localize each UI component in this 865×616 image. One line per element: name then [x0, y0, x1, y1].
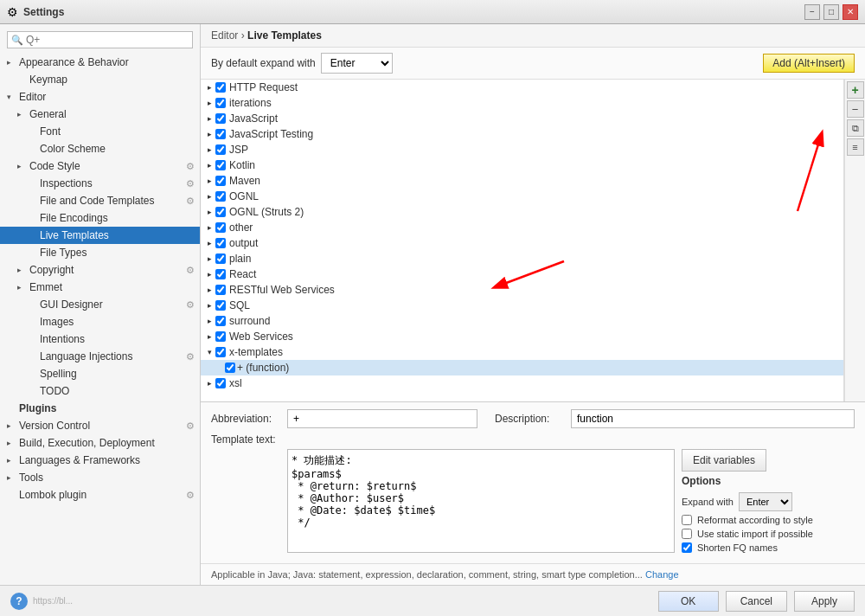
apply-button[interactable]: Apply — [794, 591, 855, 612]
sidebar-item-copyright[interactable]: ▸ Copyright ⚙ — [0, 261, 200, 279]
gear-icon: ⚙ — [186, 299, 195, 311]
sidebar-item-fileencodings[interactable]: File Encodings — [0, 209, 200, 227]
group-webservices[interactable]: ▸ Web Services — [201, 329, 843, 344]
sidebar-item-spelling[interactable]: Spelling — [0, 365, 200, 382]
group-ognlstruts-checkbox[interactable] — [215, 207, 226, 217]
sidebar-item-inspections[interactable]: Inspections ⚙ — [0, 175, 200, 192]
sidebar-item-versioncontrol[interactable]: ▸ Version Control ⚙ — [0, 417, 200, 434]
sidebar-item-appearance[interactable]: ▸ Appearance & Behavior — [0, 54, 200, 71]
sidebar-item-images[interactable]: Images — [0, 313, 200, 330]
group-iterations-checkbox[interactable] — [215, 98, 226, 108]
group-plain-checkbox[interactable] — [215, 253, 226, 264]
reformat-row: Reformat according to style — [682, 515, 855, 525]
group-javascript[interactable]: ▸ JavaScript — [201, 111, 843, 126]
template-textarea[interactable]: * 功能描述: $params$ * @return: $return$ * @… — [287, 449, 675, 553]
search-input[interactable] — [26, 34, 189, 46]
staticimport-checkbox[interactable] — [682, 529, 692, 539]
sidebar-item-guidesigner[interactable]: GUI Designer ⚙ — [0, 296, 200, 313]
abbreviation-input[interactable] — [287, 409, 477, 428]
sidebar-item-editor[interactable]: ▾ Editor — [0, 88, 200, 106]
template-item-function[interactable]: + (function) — [201, 360, 843, 375]
sidebar-search-box[interactable]: 🔍 — [7, 31, 193, 48]
cancel-button[interactable]: Cancel — [726, 591, 787, 612]
group-ognl[interactable]: ▸ OGNL — [201, 189, 843, 204]
group-label: OGNL — [229, 190, 259, 202]
group-output-checkbox[interactable] — [215, 238, 226, 248]
group-label: Web Services — [229, 330, 293, 343]
minimize-button[interactable]: − — [804, 4, 820, 20]
change-link[interactable]: Change — [645, 569, 679, 580]
group-maven[interactable]: ▸ Maven — [201, 173, 843, 189]
options-panel: Options Expand with Enter Tab Space — [682, 475, 855, 556]
group-xtemplates-checkbox[interactable] — [215, 347, 226, 357]
group-jsp-checkbox[interactable] — [215, 144, 226, 155]
group-jstesting[interactable]: ▸ JavaScript Testing — [201, 126, 843, 142]
group-maven-checkbox[interactable] — [215, 176, 226, 186]
help-button[interactable]: ? — [10, 593, 28, 610]
sidebar-item-lombok[interactable]: Lombok plugin ⚙ — [0, 486, 200, 504]
add-button[interactable]: Add (Alt+Insert) — [763, 54, 855, 73]
group-surround[interactable]: ▸ surround — [201, 313, 843, 329]
sidebar-item-filetypes[interactable]: File Types — [0, 244, 200, 261]
sidebar-item-label: Color Scheme — [40, 143, 106, 155]
group-xtemplates[interactable]: ▾ x-templates — [201, 344, 843, 360]
arrow-icon — [7, 404, 17, 413]
description-input[interactable] — [571, 409, 855, 428]
group-javascript-checkbox[interactable] — [215, 113, 226, 124]
reformat-checkbox[interactable] — [682, 515, 692, 525]
shortenfq-checkbox[interactable] — [682, 542, 692, 553]
ok-button[interactable]: OK — [658, 591, 719, 612]
group-surround-checkbox[interactable] — [215, 316, 226, 326]
sidebar-item-font[interactable]: Font — [0, 123, 200, 140]
template-function-checkbox[interactable] — [225, 363, 235, 373]
expand-select[interactable]: Enter Tab Space — [321, 53, 393, 74]
sidebar-item-languageinjections[interactable]: Language Injections ⚙ — [0, 348, 200, 365]
sidebar-item-languages[interactable]: ▸ Languages & Frameworks — [0, 452, 200, 469]
sidebar-item-todo[interactable]: TODO — [0, 382, 200, 400]
group-sql[interactable]: ▸ SQL — [201, 298, 843, 313]
group-sql-checkbox[interactable] — [215, 300, 226, 311]
sidebar-item-fileandcode[interactable]: File and Code Templates ⚙ — [0, 192, 200, 209]
sidebar-item-keymap[interactable]: Keymap — [0, 71, 200, 88]
sidebar-item-codestyle[interactable]: ▸ Code Style ⚙ — [0, 157, 200, 175]
sidebar-item-intentions[interactable]: Intentions — [0, 330, 200, 348]
edit-variables-button[interactable]: Edit variables — [682, 449, 766, 472]
sidebar-item-tools[interactable]: ▸ Tools — [0, 469, 200, 486]
group-label: Maven — [229, 175, 260, 187]
maximize-button[interactable]: □ — [823, 4, 839, 20]
group-jsp[interactable]: ▸ JSP — [201, 142, 843, 157]
sidebar-item-general[interactable]: ▸ General — [0, 106, 200, 123]
group-other[interactable]: ▸ other — [201, 220, 843, 235]
remove-item-button[interactable]: − — [847, 100, 864, 118]
group-ognl-checkbox[interactable] — [215, 191, 226, 202]
group-http[interactable]: ▸ HTTP Request — [201, 80, 843, 95]
group-http-checkbox[interactable] — [215, 82, 226, 93]
copy-item-button[interactable]: ⧉ — [847, 119, 864, 137]
close-button[interactable]: ✕ — [843, 4, 858, 20]
group-restful-checkbox[interactable] — [215, 285, 226, 295]
sidebar-item-livetemplates[interactable]: Live Templates — [0, 227, 200, 244]
group-kotlin[interactable]: ▸ Kotlin — [201, 157, 843, 173]
group-iterations[interactable]: ▸ iterations — [201, 95, 843, 111]
arrow-icon — [28, 248, 38, 257]
group-kotlin-checkbox[interactable] — [215, 160, 226, 170]
group-ognlstruts[interactable]: ▸ OGNL (Struts 2) — [201, 204, 843, 220]
move-item-button[interactable]: ≡ — [847, 138, 864, 156]
group-plain[interactable]: ▸ plain — [201, 251, 843, 266]
group-react[interactable]: ▸ React — [201, 266, 843, 282]
arrow-icon: ▾ — [7, 93, 17, 101]
sidebar-item-plugins[interactable]: Plugins — [0, 400, 200, 417]
sidebar-item-emmet[interactable]: ▸ Emmet — [0, 279, 200, 296]
group-xsl-checkbox[interactable] — [215, 378, 226, 388]
expand-with-select[interactable]: Enter Tab Space — [739, 492, 792, 511]
group-react-checkbox[interactable] — [215, 269, 226, 279]
group-restful[interactable]: ▸ RESTful Web Services — [201, 282, 843, 298]
add-item-button[interactable]: + — [847, 81, 864, 99]
group-output[interactable]: ▸ output — [201, 235, 843, 251]
group-jstesting-checkbox[interactable] — [215, 129, 226, 139]
group-webservices-checkbox[interactable] — [215, 331, 226, 342]
sidebar-item-buildexecution[interactable]: ▸ Build, Execution, Deployment — [0, 434, 200, 452]
group-xsl[interactable]: ▸ xsl — [201, 375, 843, 391]
group-other-checkbox[interactable] — [215, 222, 226, 233]
sidebar-item-colorscheme[interactable]: Color Scheme — [0, 140, 200, 157]
